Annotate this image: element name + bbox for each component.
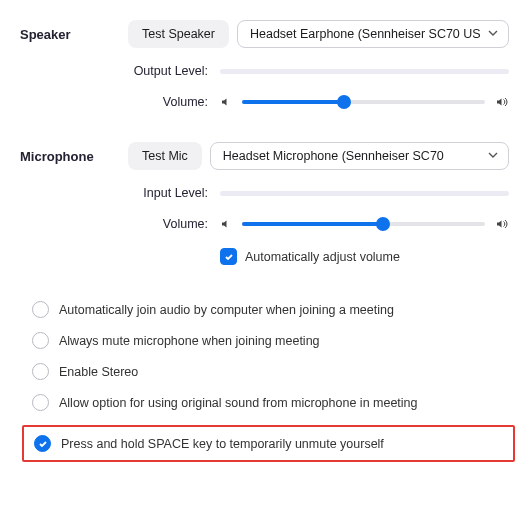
speaker-output-level-meter xyxy=(220,69,509,74)
microphone-section: Microphone Test Mic Headset Microphone (… xyxy=(20,142,509,265)
auto-adjust-row[interactable]: Automatically adjust volume xyxy=(20,248,509,265)
original-sound-checkbox[interactable] xyxy=(32,394,49,411)
speaker-volume-label: Volume: xyxy=(20,95,220,109)
mic-device-value: Headset Microphone (Sennheiser SC70 xyxy=(223,149,444,163)
speaker-device-value: Headset Earphone (Sennheiser SC70 US xyxy=(250,27,481,41)
mic-device-select[interactable]: Headset Microphone (Sennheiser SC70 xyxy=(210,142,509,170)
mic-volume-label: Volume: xyxy=(20,217,220,231)
option-auto-join[interactable]: Automatically join audio by computer whe… xyxy=(32,301,509,318)
mic-label: Microphone xyxy=(20,149,120,164)
audio-options: Automatically join audio by computer whe… xyxy=(20,297,509,462)
test-mic-button[interactable]: Test Mic xyxy=(128,142,202,170)
option-original-sound[interactable]: Allow option for using original sound fr… xyxy=(32,394,509,411)
option-label: Automatically join audio by computer whe… xyxy=(59,303,394,317)
test-speaker-button[interactable]: Test Speaker xyxy=(128,20,229,48)
option-label: Press and hold SPACE key to temporarily … xyxy=(61,437,384,451)
speaker-section: Speaker Test Speaker Headset Earphone (S… xyxy=(20,20,509,110)
output-level-label: Output Level: xyxy=(20,64,220,78)
speaker-output-level-row: Output Level: xyxy=(20,64,509,78)
speaker-volume-slider[interactable] xyxy=(242,94,485,110)
enable-stereo-checkbox[interactable] xyxy=(32,363,49,380)
speaker-volume-row: Volume: xyxy=(20,94,509,110)
space-unmute-checkbox[interactable] xyxy=(34,435,51,452)
option-always-mute[interactable]: Always mute microphone when joining meet… xyxy=(32,332,509,349)
option-enable-stereo[interactable]: Enable Stereo xyxy=(32,363,509,380)
option-label: Enable Stereo xyxy=(59,365,138,379)
speaker-device-select[interactable]: Headset Earphone (Sennheiser SC70 US xyxy=(237,20,509,48)
mic-volume-slider[interactable] xyxy=(242,216,485,232)
mic-input-level-row: Input Level: xyxy=(20,186,509,200)
chevron-down-icon xyxy=(488,149,498,163)
always-mute-checkbox[interactable] xyxy=(32,332,49,349)
mic-device-row: Microphone Test Mic Headset Microphone (… xyxy=(20,142,509,170)
mic-input-level-meter xyxy=(220,191,509,196)
auto-adjust-checkbox[interactable] xyxy=(220,248,237,265)
mic-volume-controls xyxy=(220,216,509,232)
volume-high-icon xyxy=(495,218,509,230)
auto-join-checkbox[interactable] xyxy=(32,301,49,318)
speaker-volume-controls xyxy=(220,94,509,110)
speaker-device-row: Speaker Test Speaker Headset Earphone (S… xyxy=(20,20,509,48)
chevron-down-icon xyxy=(488,27,498,41)
option-label: Always mute microphone when joining meet… xyxy=(59,334,320,348)
input-level-label: Input Level: xyxy=(20,186,220,200)
option-space-unmute[interactable]: Press and hold SPACE key to temporarily … xyxy=(22,425,515,462)
speaker-label: Speaker xyxy=(20,27,120,42)
volume-low-icon xyxy=(220,218,232,230)
volume-high-icon xyxy=(495,96,509,108)
volume-low-icon xyxy=(220,96,232,108)
option-label: Allow option for using original sound fr… xyxy=(59,396,418,410)
auto-adjust-label: Automatically adjust volume xyxy=(245,250,400,264)
mic-volume-row: Volume: xyxy=(20,216,509,232)
